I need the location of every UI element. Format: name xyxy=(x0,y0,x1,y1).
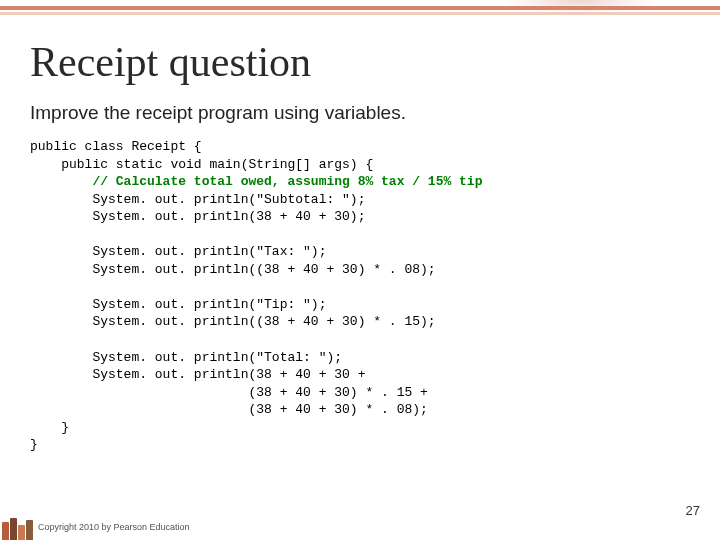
code-line: System. out. println("Subtotal: "); xyxy=(30,192,365,207)
slide-content: Receipt question Improve the receipt pro… xyxy=(30,38,700,454)
code-block: public class Receipt { public static voi… xyxy=(30,138,700,454)
code-line: System. out. println(38 + 40 + 30); xyxy=(30,209,365,224)
code-line: System. out. println("Tip: "); xyxy=(30,297,326,312)
code-line: public static void main(String[] args) { xyxy=(30,157,373,172)
code-comment: // Calculate total owed, assuming 8% tax… xyxy=(30,174,482,189)
books-icon xyxy=(0,516,40,540)
page-number: 27 xyxy=(686,503,700,518)
code-line: (38 + 40 + 30) * . 08); xyxy=(30,402,428,417)
slide-subtitle: Improve the receipt program using variab… xyxy=(30,102,700,124)
code-line: } xyxy=(30,420,69,435)
slide-title: Receipt question xyxy=(30,38,700,86)
code-line: System. out. println(38 + 40 + 30 + xyxy=(30,367,365,382)
code-line: public class Receipt { xyxy=(30,139,202,154)
code-line: (38 + 40 + 30) * . 15 + xyxy=(30,385,428,400)
code-line: System. out. println((38 + 40 + 30) * . … xyxy=(30,314,436,329)
code-line: System. out. println((38 + 40 + 30) * . … xyxy=(30,262,436,277)
code-line: System. out. println("Tax: "); xyxy=(30,244,326,259)
code-line: System. out. println("Total: "); xyxy=(30,350,342,365)
decorative-wave xyxy=(470,0,690,40)
code-line: } xyxy=(30,437,38,452)
copyright-text: Copyright 2010 by Pearson Education xyxy=(38,522,190,532)
